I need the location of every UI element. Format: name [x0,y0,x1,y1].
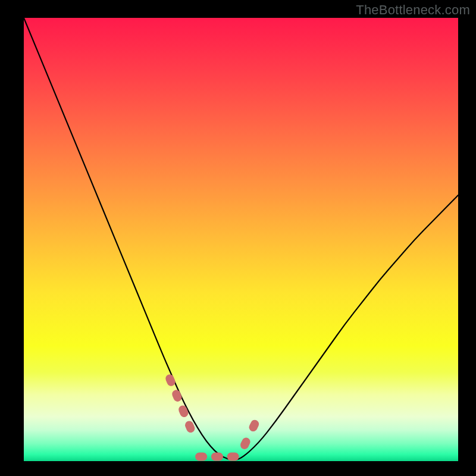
plot-area [24,18,458,461]
trough-marker-segment [248,418,260,433]
trough-marker-segment [195,453,207,461]
trough-marker-segment [177,404,190,418]
trough-marker-segment [211,453,223,461]
chart-frame: TheBottleneck.com [0,0,476,476]
trough-marker-segment [227,453,239,461]
curve-layer [24,18,458,461]
watermark-text: TheBottleneck.com [356,2,470,18]
trough-marker-segment [164,373,177,387]
trough-marker-segment [239,436,252,450]
bottleneck-curve [24,18,458,460]
trough-marker-segment [171,389,183,403]
